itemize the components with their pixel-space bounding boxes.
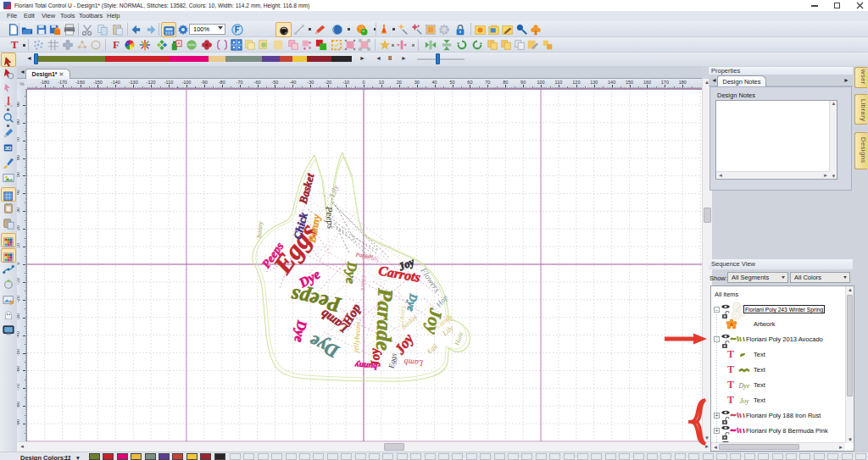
svg-text:Peeps: Peeps <box>288 284 343 317</box>
svg-text:bunny: bunny <box>255 220 264 238</box>
svg-text:Flowers: Flowers <box>419 265 442 294</box>
svg-text:Lamb: Lamb <box>403 357 425 369</box>
svg-text:Hunt: Hunt <box>453 330 465 347</box>
svg-text:Dye: Dye <box>291 319 309 343</box>
svg-text:T: T <box>11 39 19 51</box>
svg-text:Parade: Parade <box>372 287 398 352</box>
svg-text:bunny: bunny <box>354 361 378 372</box>
svg-text:Egg: Egg <box>425 342 438 356</box>
svg-text:Dye: Dye <box>738 382 750 390</box>
svg-text:F: F <box>113 39 120 51</box>
svg-text:Basket: Basket <box>296 172 316 206</box>
svg-text:Dye: Dye <box>342 261 359 285</box>
svg-text:Parade: Parade <box>354 252 373 260</box>
svg-text:Peeps: Peeps <box>324 205 336 229</box>
svg-text:Chick: Chick <box>359 274 368 291</box>
svg-text:3D: 3D <box>5 145 12 151</box>
svg-text:Joy: Joy <box>739 397 749 405</box>
svg-text:Dye: Dye <box>305 330 342 363</box>
svg-text:jellybeans: jellybeans <box>351 321 362 354</box>
svg-text:Eggs: Eggs <box>387 352 398 370</box>
svg-text:A: A <box>177 41 181 46</box>
